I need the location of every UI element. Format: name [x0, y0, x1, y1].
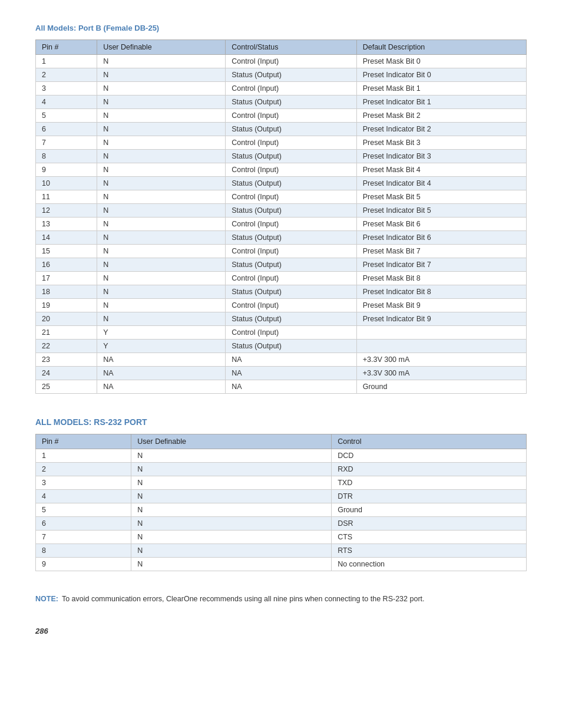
table-cell: No connection	[332, 558, 527, 571]
table-row: 7NControl (Input)Preset Mask Bit 3	[36, 136, 527, 150]
table-row: 4NStatus (Output)Preset Indicator Bit 1	[36, 95, 527, 109]
table-row: 15NControl (Input)Preset Mask Bit 7	[36, 245, 527, 258]
table-row: 9NNo connection	[36, 558, 527, 571]
note-block: NOTE: To avoid communication errors, Cle…	[35, 595, 527, 603]
table-row: 22YStatus (Output)	[36, 340, 527, 353]
table-cell: NA	[226, 380, 356, 394]
table-cell: N	[97, 82, 226, 95]
table-cell: Ground	[356, 380, 526, 394]
table-cell: Preset Mask Bit 2	[356, 109, 526, 123]
table-row: 23NANA+3.3V 300 mA	[36, 353, 527, 367]
note-text: To avoid communication errors, ClearOne …	[62, 595, 425, 603]
table-cell: Status (Output)	[226, 123, 356, 136]
table-row: 11NControl (Input)Preset Mask Bit 5	[36, 190, 527, 204]
table-cell: 21	[36, 326, 97, 340]
table-cell: Control (Input)	[226, 218, 356, 231]
table-row: 6NStatus (Output)Preset Indicator Bit 2	[36, 123, 527, 136]
table-cell: N	[97, 150, 226, 163]
column-header: Default Description	[356, 40, 526, 55]
column-header: Control/Status	[226, 40, 356, 55]
table-cell: NA	[97, 380, 226, 394]
table-cell: Control (Input)	[226, 109, 356, 123]
table-cell: CTS	[332, 531, 527, 544]
table-cell: N	[131, 544, 332, 558]
table-cell: 18	[36, 285, 97, 299]
table-row: 18NStatus (Output)Preset Indicator Bit 8	[36, 285, 527, 299]
table-cell: 6	[36, 517, 131, 531]
table-cell: N	[97, 68, 226, 82]
table-row: 12NStatus (Output)Preset Indicator Bit 5	[36, 204, 527, 218]
table-cell: 1	[36, 449, 131, 463]
section2-title: ALL MODELS: RS-232 PORT	[35, 417, 527, 427]
table-row: 6NDSR	[36, 517, 527, 531]
table-cell: 10	[36, 177, 97, 190]
table-cell: 8	[36, 544, 131, 558]
table-cell: 2	[36, 68, 97, 82]
table-cell	[356, 340, 526, 353]
table-cell: 9	[36, 163, 97, 177]
table-cell: 23	[36, 353, 97, 367]
table-cell: +3.3V 300 mA	[356, 353, 526, 367]
table-cell: Y	[97, 340, 226, 353]
table-cell: N	[97, 177, 226, 190]
table-row: 8NRTS	[36, 544, 527, 558]
rs232-table: Pin #User DefinableControl 1NDCD2NRXD3NT…	[35, 434, 527, 571]
table-cell: Preset Indicator Bit 7	[356, 258, 526, 272]
table-cell: 25	[36, 380, 97, 394]
page-number: 286	[35, 627, 527, 635]
table-cell: 15	[36, 245, 97, 258]
table-cell: 3	[36, 476, 131, 490]
table-cell: Status (Output)	[226, 312, 356, 326]
table-cell: Preset Mask Bit 9	[356, 299, 526, 312]
table-cell: N	[97, 312, 226, 326]
table-cell: 14	[36, 231, 97, 245]
table-row: 2NRXD	[36, 463, 527, 476]
table-cell: N	[97, 123, 226, 136]
table-cell: N	[97, 258, 226, 272]
table-cell: TXD	[332, 476, 527, 490]
table-row: 19NControl (Input)Preset Mask Bit 9	[36, 299, 527, 312]
table-cell: 13	[36, 218, 97, 231]
table-cell: Control (Input)	[226, 326, 356, 340]
table-cell: N	[97, 218, 226, 231]
table-cell: Control (Input)	[226, 136, 356, 150]
table-cell: Preset Mask Bit 5	[356, 190, 526, 204]
table-cell: 7	[36, 136, 97, 150]
table-cell: 9	[36, 558, 131, 571]
table-row: 5NControl (Input)Preset Mask Bit 2	[36, 109, 527, 123]
table-cell: N	[131, 531, 332, 544]
table-row: 10NStatus (Output)Preset Indicator Bit 4	[36, 177, 527, 190]
table-cell: Preset Mask Bit 1	[356, 82, 526, 95]
table-cell: +3.3V 300 mA	[356, 367, 526, 380]
table-cell: N	[131, 476, 332, 490]
table-cell: Status (Output)	[226, 177, 356, 190]
table-cell: Preset Indicator Bit 1	[356, 95, 526, 109]
section1-title: All Models: Port B (Female DB-25)	[35, 24, 527, 32]
table-cell: 8	[36, 150, 97, 163]
table-cell: N	[131, 449, 332, 463]
table-cell: N	[97, 109, 226, 123]
table-row: 20NStatus (Output)Preset Indicator Bit 9	[36, 312, 527, 326]
table-row: 1NControl (Input)Preset Mask Bit 0	[36, 55, 527, 68]
table-row: 14NStatus (Output)Preset Indicator Bit 6	[36, 231, 527, 245]
column-header: Control	[332, 434, 527, 449]
table-cell: 5	[36, 109, 97, 123]
table-cell: N	[97, 204, 226, 218]
table-cell: Status (Output)	[226, 340, 356, 353]
table-cell: Control (Input)	[226, 82, 356, 95]
table-cell: 24	[36, 367, 97, 380]
table-cell: 20	[36, 312, 97, 326]
table-cell: Control (Input)	[226, 190, 356, 204]
table-cell: N	[131, 503, 332, 517]
table-cell: 16	[36, 258, 97, 272]
table-row: 5NGround	[36, 503, 527, 517]
table-cell: NA	[97, 367, 226, 380]
table-row: 2NStatus (Output)Preset Indicator Bit 0	[36, 68, 527, 82]
table-cell: 19	[36, 299, 97, 312]
table-cell: Control (Input)	[226, 55, 356, 68]
table-cell: Preset Mask Bit 4	[356, 163, 526, 177]
table-cell: Status (Output)	[226, 150, 356, 163]
table-cell: Preset Mask Bit 7	[356, 245, 526, 258]
table-cell: N	[97, 299, 226, 312]
table-cell: Preset Mask Bit 0	[356, 55, 526, 68]
